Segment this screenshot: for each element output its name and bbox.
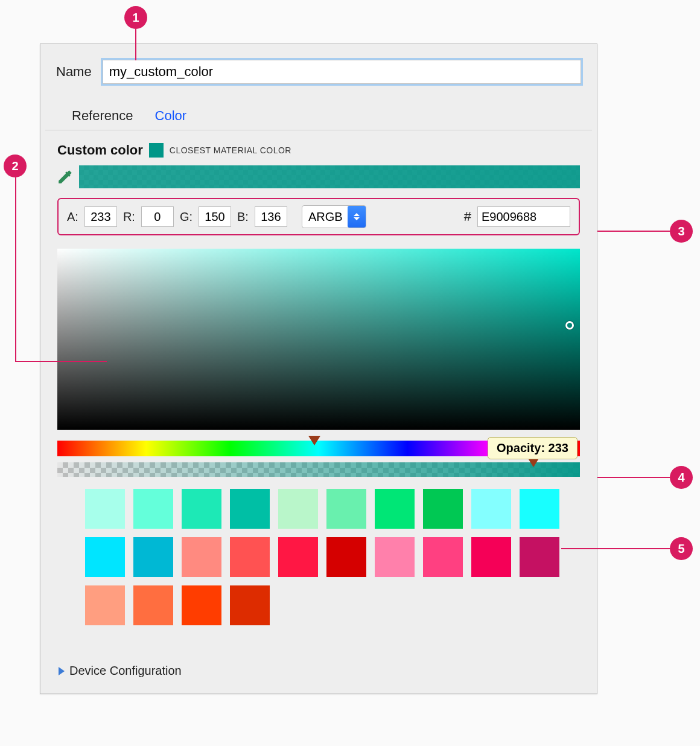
color-mode-select[interactable]: ARGB [302, 205, 366, 228]
material-chip-icon [149, 143, 164, 158]
swatch[interactable] [85, 489, 125, 529]
sv-cursor-icon [565, 321, 574, 330]
annotation-5: 5 [670, 537, 693, 560]
argb-controls: A: R: G: B: ARGB # [57, 198, 580, 235]
chevron-updown-icon [348, 206, 366, 228]
swatch-row-2 [85, 537, 580, 577]
device-configuration-disclosure[interactable]: Device Configuration [59, 664, 182, 678]
swatch-grid [85, 489, 580, 625]
closest-material-label: CLOSEST MATERIAL COLOR [170, 145, 291, 155]
swatch[interactable] [230, 585, 270, 625]
swatch[interactable] [133, 489, 173, 529]
disclosure-right-icon [59, 667, 65, 675]
swatch[interactable] [182, 585, 221, 625]
swatch[interactable] [133, 585, 173, 625]
hue-marker-icon [308, 436, 320, 445]
preview-row [57, 165, 580, 188]
annotation-2: 2 [4, 155, 27, 177]
swatch[interactable] [375, 537, 415, 577]
hex-input[interactable] [477, 206, 570, 227]
swatch[interactable] [182, 489, 221, 529]
annotation-5-leader [561, 548, 670, 549]
hash-label: # [464, 209, 471, 225]
green-input[interactable] [199, 206, 231, 227]
swatch[interactable] [471, 489, 511, 529]
swatch[interactable] [278, 537, 318, 577]
tab-bar: Reference Color [45, 95, 592, 130]
annotation-1: 1 [124, 6, 147, 29]
eyedropper-icon[interactable] [57, 169, 73, 185]
alpha-label: A: [67, 210, 78, 224]
swatch-row-3 [85, 585, 580, 625]
annotation-1-leader [135, 29, 136, 60]
name-input[interactable] [103, 60, 581, 84]
swatch[interactable] [326, 489, 366, 529]
annotation-2-leader-h [15, 361, 107, 362]
swatch[interactable] [85, 585, 125, 625]
red-label: R: [123, 210, 135, 224]
name-label: Name [56, 64, 92, 80]
swatch[interactable] [133, 537, 173, 577]
color-mode-value: ARGB [308, 210, 348, 224]
name-row: Name [40, 44, 597, 95]
swatch[interactable] [326, 537, 366, 577]
annotation-3: 3 [670, 220, 693, 243]
color-preview-strip [79, 165, 580, 188]
annotation-2-leader-v [15, 177, 16, 362]
swatch[interactable] [423, 537, 463, 577]
annotation-4-leader [597, 477, 670, 478]
swatch-row-1 [85, 489, 580, 529]
saturation-value-field[interactable] [57, 249, 580, 430]
swatch[interactable] [230, 537, 270, 577]
blue-input[interactable] [255, 206, 287, 227]
tab-color[interactable]: Color [155, 108, 187, 124]
swatch[interactable] [520, 537, 559, 577]
annotation-4: 4 [670, 466, 693, 489]
swatch[interactable] [278, 489, 318, 529]
green-label: G: [180, 210, 192, 224]
swatch[interactable] [375, 489, 415, 529]
opacity-tooltip: Opacity: 233 [488, 437, 578, 459]
tab-reference[interactable]: Reference [72, 108, 133, 124]
blue-label: B: [237, 210, 249, 224]
annotation-3-leader [597, 231, 670, 232]
swatch[interactable] [230, 489, 270, 529]
hue-row: Opacity: 233 [57, 441, 580, 477]
custom-color-header: Custom color CLOSEST MATERIAL COLOR [57, 142, 580, 158]
color-picker-panel: Name Reference Color Custom color CLOSES… [40, 43, 597, 694]
swatch[interactable] [471, 537, 511, 577]
swatch[interactable] [182, 537, 221, 577]
opacity-slider[interactable] [57, 462, 580, 477]
red-input[interactable] [141, 206, 174, 227]
swatch[interactable] [85, 537, 125, 577]
custom-color-title: Custom color [57, 142, 143, 158]
swatch[interactable] [423, 489, 463, 529]
color-section: Custom color CLOSEST MATERIAL COLOR A: R… [40, 130, 597, 637]
device-configuration-label: Device Configuration [69, 664, 182, 678]
alpha-input[interactable] [84, 206, 117, 227]
swatch[interactable] [520, 489, 559, 529]
